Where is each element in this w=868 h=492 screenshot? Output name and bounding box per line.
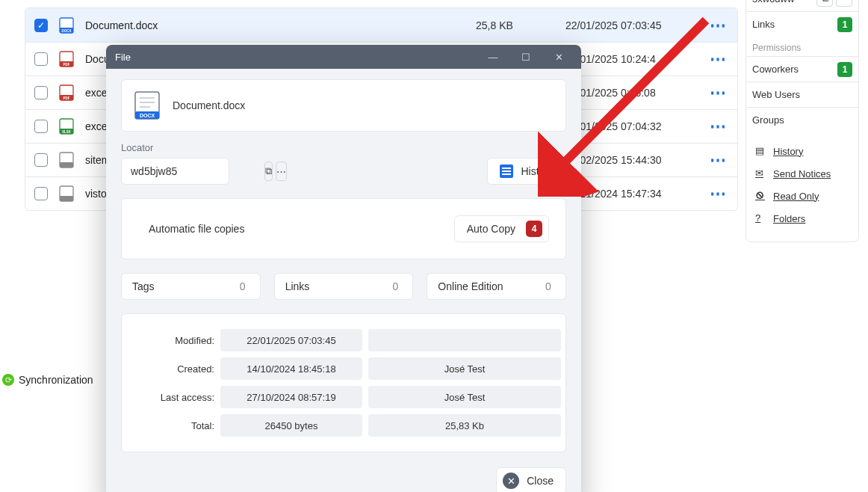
file-date: 22/01/2025 07:03:45 (565, 19, 707, 31)
row-more-button[interactable]: ⋯ (707, 16, 728, 35)
history-icon: ▤ (755, 145, 767, 157)
svg-rect-13 (60, 162, 73, 167)
svg-rect-23 (502, 167, 511, 169)
permissions-header: Permissions (746, 37, 858, 56)
svg-text:PDF: PDF (63, 63, 70, 67)
readonly-link[interactable]: 🛇Read Only (746, 185, 858, 207)
links-stat[interactable]: Links0 (274, 273, 414, 300)
access-label: Last access: (140, 392, 214, 403)
row-checkbox[interactable] (34, 187, 48, 200)
row-more-button[interactable]: ⋯ (707, 49, 728, 69)
row-more-button[interactable]: ⋯ (707, 117, 728, 136)
file-icon (58, 185, 75, 202)
sync-icon: ⟳ (2, 374, 14, 386)
svg-text:XLSX: XLSX (62, 130, 71, 134)
svg-rect-24 (502, 170, 511, 172)
history-link[interactable]: ▤History (746, 140, 858, 162)
file-date: 20/02/2025 15:44:30 (565, 154, 707, 166)
close-button[interactable]: ✕ Close (496, 467, 566, 492)
pdf-icon: PDF (58, 51, 75, 67)
minimize-button[interactable]: — (477, 45, 509, 69)
row-more-button[interactable]: ⋯ (707, 184, 728, 203)
svg-rect-15 (60, 196, 73, 201)
docx-icon: DOCX (58, 17, 75, 34)
svg-text:DOCX: DOCX (61, 28, 71, 32)
tags-stat[interactable]: Tags0 (121, 273, 261, 300)
webusers-row[interactable]: Web Users (746, 82, 858, 107)
file-size: 25,8 KB (476, 19, 565, 31)
locator-label: Locator (121, 142, 472, 153)
send-notices-link[interactable]: ✉Send Notices (746, 162, 858, 185)
autocopy-button[interactable]: Auto Copy 4 (454, 215, 549, 242)
file-date: 22/01/2025 07:04:32 (565, 120, 707, 132)
locator-box: 5xw6dww ⧉ ⋯ (746, 0, 858, 11)
locator-input[interactable] (131, 165, 261, 177)
send-icon: ✉ (755, 167, 767, 179)
file-row[interactable]: ✓DOCXDocument.docx25,8 KB22/01/2025 07:0… (25, 8, 737, 42)
folders-icon: ? (755, 212, 767, 224)
folders-link[interactable]: ?Folders (746, 207, 858, 230)
copy-icon[interactable]: ⧉ (816, 0, 833, 7)
maximize-button[interactable]: ☐ (509, 45, 542, 69)
row-checkbox[interactable] (34, 52, 48, 66)
readonly-icon: 🛇 (755, 190, 767, 202)
xlsx-icon: XLSX (58, 118, 75, 135)
doc-name: Document.docx (173, 99, 245, 111)
sync-status: ⟳ Synchronization (2, 374, 93, 386)
row-checkbox[interactable] (34, 120, 48, 133)
row-checkbox[interactable]: ✓ (34, 19, 48, 32)
close-window-button[interactable]: ✕ (542, 45, 575, 69)
history-icon (500, 164, 513, 178)
groups-row[interactable]: Groups (746, 107, 858, 132)
file-date: 07/11/2024 15:47:34 (565, 188, 707, 200)
autocopy-count-badge: 4 (526, 221, 542, 237)
row-checkbox[interactable] (34, 153, 48, 167)
svg-text:DOCX: DOCX (140, 113, 155, 118)
online-stat[interactable]: Online Edition0 (427, 273, 566, 300)
total-label: Total: (140, 420, 214, 431)
svg-text:PDF: PDF (63, 96, 70, 100)
file-date: 13/01/2025 10:24:4 (565, 53, 707, 65)
autocopy-label: Automatic file copies (149, 223, 454, 235)
file-date: 13/01/2025 0:06:08 (565, 87, 707, 99)
autocopy-card: Automatic file copies Auto Copy 4 (121, 198, 566, 259)
docx-icon: DOCX (134, 90, 161, 120)
history-button[interactable]: History (487, 158, 566, 185)
created-label: Created: (140, 363, 214, 375)
doc-header: DOCX Document.docx (121, 79, 566, 132)
row-more-button[interactable]: ⋯ (707, 83, 728, 102)
coworkers-row[interactable]: Coworkers 1 (746, 56, 858, 82)
pdf-icon: PDF (58, 84, 75, 101)
file-icon (58, 152, 75, 168)
links-row[interactable]: Links 1 (746, 11, 858, 37)
svg-rect-25 (502, 173, 511, 175)
copy-locator-button[interactable]: ⧉ (264, 162, 273, 181)
file-dialog: File — ☐ ✕ DOCX Document.docx Locator ⧉ … (106, 45, 581, 492)
sync-label: Synchronization (19, 374, 93, 386)
dialog-titlebar: File — ☐ ✕ (106, 45, 581, 69)
row-checkbox[interactable] (34, 86, 48, 99)
more-icon[interactable]: ⋯ (836, 0, 852, 7)
locator-field: ⧉ ⋯ (121, 158, 229, 185)
file-name: Document.docx (85, 19, 476, 31)
close-icon: ✕ (503, 473, 519, 489)
right-panel: 5xw6dww ⧉ ⋯ Links 1 Permissions Coworker… (745, 0, 859, 242)
meta-card: Modified:22/01/2025 07:03:45 Created:14/… (121, 313, 566, 452)
modified-label: Modified: (140, 335, 214, 346)
dialog-title: File (115, 52, 131, 63)
locator-more-button[interactable]: ⋯ (276, 162, 287, 181)
row-more-button[interactable]: ⋯ (707, 150, 728, 170)
